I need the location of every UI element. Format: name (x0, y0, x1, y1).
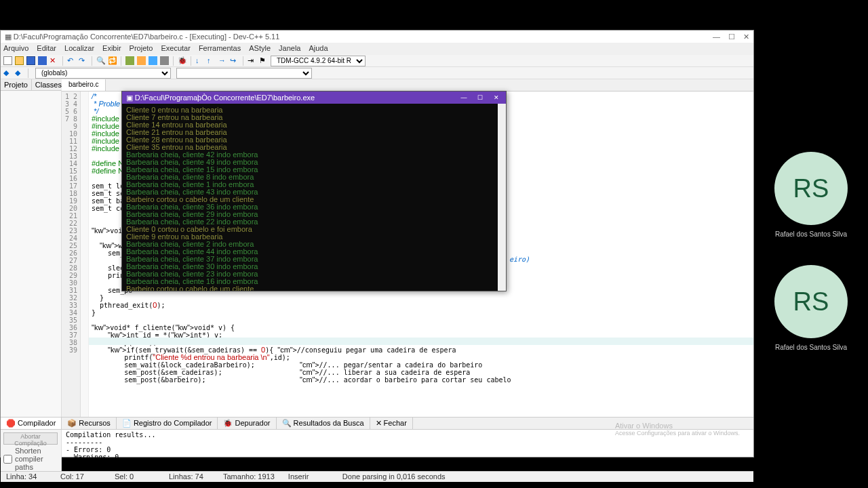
status-line: Linha: 34 (6, 472, 47, 481)
abort-compile-button[interactable]: Abortar Compilação (3, 432, 58, 445)
open-icon[interactable] (15, 56, 24, 65)
line-gutter: 1 2 3 4 5 6 7 8 9 10 11 12 13 14 15 16 1… (62, 92, 81, 417)
file-tabs: barbeiro.c (62, 79, 753, 92)
fold-gutter (81, 92, 89, 417)
watermark-sub: Acesse Configurações para ativar o Windo… (615, 430, 740, 436)
menu-janela[interactable]: Janela (279, 44, 300, 54)
menu-executar[interactable]: Executar (161, 44, 190, 54)
menubar: Arquivo Editar Localizar Exibir Projeto … (1, 43, 753, 55)
compile-panel: Abortar Compilação Shorten compiler path… (1, 429, 753, 471)
forward-icon[interactable]: ◆ (15, 68, 24, 77)
menu-ajuda[interactable]: Ajuda (309, 44, 328, 54)
run-icon[interactable] (137, 56, 146, 65)
toolbar-main: ✕ ↶ ↷ 🔍 🔁 🐞 ↓ ↑ → ↪ ⇥ ⚑ TDM-GCC 4.9.2 64… (1, 55, 753, 67)
bookmark-icon[interactable]: ⚑ (259, 56, 268, 65)
saveall-icon[interactable] (38, 56, 47, 65)
menu-arquivo[interactable]: Arquivo (3, 44, 28, 54)
watermark-title: Ativar o Windows (615, 422, 740, 430)
participant-2-name: Rafael dos Santos Silva (775, 344, 847, 351)
undo-icon[interactable]: ↶ (67, 56, 76, 65)
console-titlebar[interactable]: ▣ D:\Facul\ProgramaþÒo Concorrente\ED7\b… (122, 92, 506, 104)
console-maximize-icon[interactable]: ☐ (475, 93, 486, 102)
code-comment-tail: eiro) (509, 256, 530, 263)
participant-1: RS Rafael dos Santos Silva (774, 152, 848, 238)
teams-participants: RS Rafael dos Santos Silva RS Rafael dos… (774, 152, 848, 351)
menu-exibir[interactable]: Exibir (102, 44, 121, 54)
step-out-icon[interactable]: → (218, 56, 227, 65)
app-icon: ▦ (5, 33, 12, 41)
replace-icon[interactable]: 🔁 (108, 56, 117, 65)
console-close-icon[interactable]: ✕ (491, 93, 502, 102)
menu-projeto[interactable]: Projeto (130, 44, 153, 54)
console-minimize-icon[interactable]: — (458, 93, 469, 102)
rebuild-icon[interactable] (160, 56, 169, 65)
windows-watermark: Ativar o Windows Acesse Configurações pa… (615, 422, 740, 436)
step-into-icon[interactable]: ↑ (207, 56, 216, 65)
shorten-paths-checkbox[interactable] (3, 455, 12, 464)
console-output[interactable]: Cliente 0 entrou na barbeariaCliente 7 e… (122, 104, 506, 291)
compile-run-icon[interactable] (149, 56, 157, 65)
menu-ferramentas[interactable]: Ferramentas (199, 44, 241, 54)
goto-icon[interactable]: ⇥ (248, 56, 256, 65)
btab-5[interactable]: ✕ Fechar (370, 418, 413, 429)
console-title-text: D:\Facul\ProgramaþÒo Concorrente\ED7\bar… (135, 94, 315, 102)
btab-0[interactable]: 🛑 Compilador (1, 418, 62, 429)
menu-astyle[interactable]: AStyle (249, 44, 271, 54)
btab-4[interactable]: 🔍 Resultados da Busca (277, 418, 370, 429)
console-scrollbar[interactable] (498, 104, 506, 291)
minimize-icon[interactable]: — (713, 33, 720, 41)
status-lines: Linhas: 74 (169, 472, 210, 481)
statusbar: Linha: 34 Col: 17 Sel: 0 Linhas: 74 Tama… (1, 471, 753, 482)
step-over-icon[interactable]: ↓ (195, 56, 204, 65)
tab-classes[interactable]: Classes (32, 79, 66, 90)
status-size: Tamanho: 1913 (223, 472, 275, 481)
close-icon[interactable]: ✕ (743, 33, 749, 41)
window-title: D:\Facul\Programação Concorrente\ED7\bar… (14, 33, 280, 41)
menu-localizar[interactable]: Localizar (64, 44, 94, 54)
console-icon: ▣ (126, 94, 133, 102)
tab-file[interactable]: barbeiro.c (62, 79, 106, 91)
close-file-icon[interactable]: ✕ (50, 56, 58, 65)
globals-selector[interactable]: (globals) (35, 68, 171, 79)
participant-1-name: Rafael dos Santos Silva (775, 230, 847, 238)
sidebar: Projeto Classes Deb (1, 79, 62, 417)
participant-2: RS Rafael dos Santos Silva (774, 265, 848, 351)
toolbar-nav: ◆ ◆ (globals) (1, 67, 753, 79)
new-icon[interactable] (3, 56, 12, 65)
back-icon[interactable]: ◆ (3, 68, 12, 77)
status-col: Col: 17 (60, 472, 101, 481)
compiler-selector[interactable]: TDM-GCC 4.9.2 64-bit Release (271, 56, 366, 66)
avatar-1[interactable]: RS (774, 152, 848, 225)
status-mode: Inserir (288, 472, 329, 481)
shorten-paths-label: Shorten compiler paths (15, 447, 58, 471)
avatar-2[interactable]: RS (774, 265, 848, 338)
save-icon[interactable] (26, 56, 35, 65)
maximize-icon[interactable]: ☐ (728, 33, 735, 41)
status-parse: Done parsing in 0,016 seconds (342, 472, 446, 481)
btab-1[interactable]: 📦 Recursos (62, 418, 117, 429)
menu-editar[interactable]: Editar (37, 44, 56, 54)
members-selector[interactable] (176, 68, 312, 79)
redo-icon[interactable]: ↷ (79, 56, 87, 65)
debug-icon[interactable]: 🐞 (178, 56, 186, 65)
tab-projeto[interactable]: Projeto (1, 79, 32, 90)
btab-3[interactable]: 🐞 Depurador (218, 418, 276, 429)
compile-icon[interactable] (125, 56, 134, 65)
console-window[interactable]: ▣ D:\Facul\ProgramaþÒo Concorrente\ED7\b… (121, 91, 507, 291)
status-sel: Sel: 0 (115, 472, 155, 481)
btab-2[interactable]: 📄 Registro do Compilador (117, 418, 218, 429)
titlebar[interactable]: ▦ D:\Facul\Programação Concorrente\ED7\b… (1, 30, 753, 43)
continue-icon[interactable]: ↪ (230, 56, 239, 65)
find-icon[interactable]: 🔍 (96, 56, 105, 65)
